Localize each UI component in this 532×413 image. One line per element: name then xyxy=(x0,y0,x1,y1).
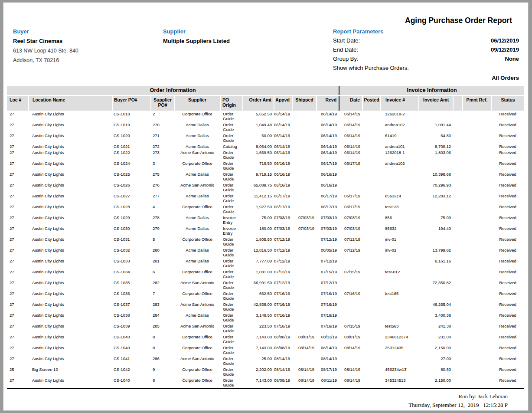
table-cell xyxy=(362,366,381,377)
report-viewer: { "title": "Aging Purchase Order Report"… xyxy=(0,0,532,413)
table-cell: 13,799.82 xyxy=(419,247,453,258)
table-cell: 06/16/19 xyxy=(274,171,292,182)
table-cell: 12,283.12 xyxy=(419,193,453,203)
table-cell: 8,064.00 xyxy=(243,143,274,149)
table-cell: Acme Dallas xyxy=(174,143,220,149)
table-cell xyxy=(419,160,453,171)
table-cell: Order Guide xyxy=(220,355,243,366)
table-cell: Order Guide xyxy=(220,203,243,214)
table-cell: 08/08/19 xyxy=(274,334,292,344)
table-cell: CS-1040 xyxy=(113,377,151,389)
table-cell: inv-02 xyxy=(381,247,419,258)
table-cell xyxy=(453,344,463,355)
table-cell xyxy=(362,279,381,290)
table-row: 27Austin City LightsCS-1029278Acme Dalla… xyxy=(7,214,524,225)
table-cell: Received xyxy=(491,377,524,389)
table-row: 27Austin City LightsCS-1030279Acme Dalla… xyxy=(7,225,524,236)
table-row: 27Austin City LightsCS-10408Corporate Of… xyxy=(7,334,524,344)
table-cell: 08/14/19 xyxy=(292,344,317,355)
table-cell: test165 xyxy=(381,290,419,301)
table-cell: CS-1041 xyxy=(113,355,151,366)
table-cell: 61419 xyxy=(381,132,419,143)
table-cell: 06/17/19 xyxy=(274,193,292,203)
table-cell: Received xyxy=(491,132,524,143)
table-cell xyxy=(292,111,317,121)
table-cell xyxy=(463,366,491,377)
table-cell: 284 xyxy=(151,312,174,323)
table-cell xyxy=(463,247,491,258)
table-cell xyxy=(362,214,381,225)
table-cell: Received xyxy=(491,143,524,149)
table-cell: 27 xyxy=(7,143,29,149)
parameter-label: Group By: xyxy=(333,56,359,62)
supplier-section: Supplier Multiple Suppliers Listed xyxy=(160,28,333,81)
table-cell: Austin City Lights xyxy=(29,323,113,334)
table-cell: 5,652.50 xyxy=(243,111,274,121)
table-cell: CS-1031 xyxy=(113,236,151,247)
table-cell: Acme San Antonio xyxy=(174,182,220,193)
table-cell: Austin City Lights xyxy=(29,149,113,160)
table-cell: 06/14/19 xyxy=(339,149,362,160)
table-cell: 08/14/19 xyxy=(339,377,362,389)
table-cell: andrea101 xyxy=(381,143,419,149)
table-cell: 8 xyxy=(151,377,174,389)
table-cell: 7,143.00 xyxy=(243,344,274,355)
table-cell: 07/16/19 xyxy=(317,290,339,301)
column-header: Invoice Amt xyxy=(419,95,453,111)
table-cell xyxy=(362,236,381,247)
table-cell: 8,161.16 xyxy=(419,258,453,269)
table-cell: 06/14/19 xyxy=(317,143,339,149)
table-cell: Acme San Antonio xyxy=(174,355,220,366)
table-cell xyxy=(463,214,491,225)
table-cell: 12,816.50 xyxy=(243,247,274,258)
table-cell: Acme Dallas xyxy=(174,214,220,225)
table-cell: 08/14/19 xyxy=(274,355,292,366)
table-cell xyxy=(453,214,463,225)
table-cell xyxy=(463,111,491,121)
table-cell: 07/16/19 xyxy=(339,290,362,301)
table-cell: test563 xyxy=(381,323,419,334)
table-cell: 06/14/19 xyxy=(339,111,362,121)
table-cell: 07/12/19 xyxy=(274,236,292,247)
table-cell xyxy=(463,279,491,290)
table-cell xyxy=(339,279,362,290)
table-cell: 1,049.48 xyxy=(243,121,274,132)
buyer-section: Buyer Reel Star Cinemas 613 NW Loop 410 … xyxy=(10,28,160,81)
table-cell: 06/14/19 xyxy=(317,111,339,121)
table-cell xyxy=(453,301,463,312)
table-cell: 07/03/19 xyxy=(317,214,339,225)
table-cell: 70,296.93 xyxy=(419,182,453,193)
table-cell: 72,350.82 xyxy=(419,279,453,290)
table-cell: Order Guide xyxy=(220,366,243,377)
table-cell: Received xyxy=(491,225,524,236)
table-cell: Corporate Office xyxy=(174,366,220,377)
table-cell: test-012 xyxy=(381,269,419,279)
column-header: Pmnt Ref. xyxy=(463,95,491,111)
table-cell: Received xyxy=(491,171,524,182)
table-cell: 273 xyxy=(151,149,174,160)
table-cell: Received xyxy=(491,203,524,214)
table-cell: 27 xyxy=(7,225,29,236)
table-cell: 27 xyxy=(7,203,29,214)
table-cell: 07/16/19 xyxy=(274,301,292,312)
table-cell xyxy=(453,132,463,143)
table-cell: 4 xyxy=(151,203,174,214)
table-cell: 08/08/19 xyxy=(274,377,292,389)
table-cell: 06/16/19 xyxy=(317,182,339,193)
table-cell: Order Guide xyxy=(220,121,243,132)
table-cell xyxy=(381,312,419,323)
table-cell: Austin City Lights xyxy=(29,344,113,355)
table-cell: 272 xyxy=(151,143,174,149)
table-cell: 06/17/19 xyxy=(339,160,362,171)
table-cell xyxy=(362,132,381,143)
report-page: Aging Purchase Order Report Buyer Reel S… xyxy=(3,2,529,411)
table-cell: Order Guide xyxy=(220,132,243,143)
table-cell xyxy=(292,132,317,143)
table-cell: 46,265.04 xyxy=(419,301,453,312)
table-cell: CS-1022 xyxy=(113,149,151,160)
table-cell: 8563214 xyxy=(381,193,419,203)
table-cell: 283 xyxy=(151,301,174,312)
table-cell: Austin City Lights xyxy=(29,111,113,121)
table-cell: 27 xyxy=(7,149,29,160)
table-cell: 6 xyxy=(151,269,174,279)
